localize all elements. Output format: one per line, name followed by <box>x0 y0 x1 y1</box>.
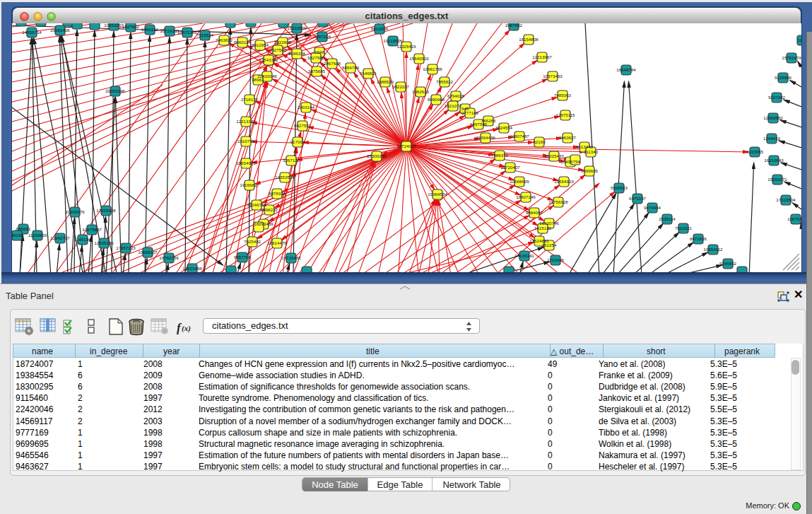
svg-text:12905135: 12905135 <box>94 240 114 245</box>
svg-text:8454749: 8454749 <box>342 65 360 70</box>
svg-text:20206576: 20206576 <box>65 209 85 214</box>
svg-text:10958107: 10958107 <box>138 250 158 255</box>
svg-text:6794028: 6794028 <box>447 93 465 98</box>
svg-text:6497568: 6497568 <box>470 122 488 127</box>
svg-text:3822037: 3822037 <box>392 84 410 89</box>
svg-text:13353594: 13353594 <box>275 175 295 180</box>
svg-text:1527602: 1527602 <box>122 24 140 29</box>
svg-text:3624554: 3624554 <box>495 125 513 130</box>
svg-text:2867608: 2867608 <box>324 61 341 66</box>
svg-text:10653267: 10653267 <box>104 23 124 28</box>
svg-text:7515524: 7515524 <box>196 33 214 37</box>
svg-text:1244419: 1244419 <box>763 136 781 141</box>
svg-text:2087652: 2087652 <box>505 23 523 28</box>
svg-text:16671385: 16671385 <box>177 30 197 35</box>
svg-text:18807249: 18807249 <box>516 194 536 199</box>
svg-text:(x): (x) <box>182 324 191 333</box>
svg-text:16033809: 16033809 <box>287 25 307 30</box>
svg-text:12923468: 12923468 <box>182 266 202 271</box>
svg-text:8660124: 8660124 <box>234 40 252 45</box>
svg-text:311340: 311340 <box>584 149 599 154</box>
svg-text:8471626: 8471626 <box>690 236 707 241</box>
svg-text:19166827: 19166827 <box>240 182 259 187</box>
svg-text:16648784: 16648784 <box>616 67 636 72</box>
svg-text:5322605: 5322605 <box>274 40 292 45</box>
svg-text:1546: 1546 <box>314 49 324 54</box>
svg-text:15692071: 15692071 <box>767 177 787 182</box>
svg-text:25300295: 25300295 <box>367 153 387 158</box>
svg-text:16914479: 16914479 <box>267 240 287 245</box>
svg-text:16782759: 16782759 <box>159 255 179 260</box>
svg-text:16046766: 16046766 <box>247 202 266 207</box>
svg-text:10807487: 10807487 <box>510 134 529 139</box>
svg-text:1621072: 1621072 <box>445 103 462 108</box>
svg-text:5938923: 5938923 <box>611 185 628 190</box>
svg-text:16099489: 16099489 <box>254 221 273 226</box>
svg-text:8427552: 8427552 <box>294 123 312 128</box>
svg-text:917004: 917004 <box>290 139 305 144</box>
svg-text:835061: 835061 <box>16 226 31 231</box>
svg-text:9474444: 9474444 <box>644 205 661 210</box>
svg-text:9613440: 9613440 <box>576 144 594 149</box>
svg-text:9227342: 9227342 <box>768 95 786 100</box>
svg-text:12942737: 12942737 <box>50 235 70 240</box>
svg-text:1615132: 1615132 <box>534 226 552 230</box>
svg-text:19654925: 19654925 <box>236 160 256 165</box>
svg-text:62160: 62160 <box>533 139 546 144</box>
svg-text:9684067: 9684067 <box>526 210 543 215</box>
svg-text:16210643: 16210643 <box>764 158 784 163</box>
svg-text:6466160: 6466160 <box>141 27 159 32</box>
svg-text:252254: 252254 <box>542 243 557 247</box>
svg-text:11156829: 11156829 <box>28 233 47 238</box>
svg-text:6479197: 6479197 <box>629 196 647 201</box>
svg-text:1167530: 1167530 <box>787 216 801 221</box>
svg-text:18724007: 18724007 <box>396 144 416 148</box>
svg-text:14136141: 14136141 <box>514 253 534 258</box>
svg-text:15751074: 15751074 <box>782 55 801 60</box>
svg-text:19654923: 19654923 <box>554 179 574 184</box>
svg-text:2935114: 2935114 <box>659 216 676 221</box>
svg-text:9777169: 9777169 <box>461 110 479 115</box>
svg-text:9657791: 9657791 <box>234 255 252 259</box>
svg-text:17359928: 17359928 <box>96 208 116 213</box>
svg-text:6498222: 6498222 <box>261 207 278 212</box>
svg-text:12213967: 12213967 <box>532 54 552 59</box>
svg-text:7632621: 7632621 <box>675 226 693 230</box>
svg-text:12093582: 12093582 <box>763 115 783 120</box>
svg-text:17957223: 17957223 <box>116 245 136 250</box>
svg-text:3875685: 3875685 <box>308 69 326 74</box>
svg-text:9463627: 9463627 <box>559 135 577 140</box>
svg-text:8186328: 8186328 <box>288 51 306 56</box>
svg-text:39199: 39199 <box>12 233 23 238</box>
svg-text:8990448: 8990448 <box>428 97 445 102</box>
svg-text:10654112: 10654112 <box>703 247 723 252</box>
svg-text:10688609: 10688609 <box>510 179 529 184</box>
svg-text:8912954: 8912954 <box>252 42 269 47</box>
svg-text:1588520: 1588520 <box>377 79 394 84</box>
svg-text:9245652: 9245652 <box>719 261 737 266</box>
svg-text:9129966: 9129966 <box>775 75 792 80</box>
svg-text:9146821: 9146821 <box>360 71 377 76</box>
svg-text:9327503: 9327503 <box>269 47 287 52</box>
svg-text:9699695: 9699695 <box>581 168 599 173</box>
svg-text:10025433: 10025433 <box>544 153 564 158</box>
svg-text:10975887: 10975887 <box>82 227 102 232</box>
svg-text:17016504: 17016504 <box>776 197 796 202</box>
svg-text:20091406: 20091406 <box>50 28 70 33</box>
svg-text:7857224: 7857224 <box>314 34 331 39</box>
svg-text:10543382: 10543382 <box>259 57 278 62</box>
svg-text:15720407: 15720407 <box>500 165 520 170</box>
svg-text:12213383: 12213383 <box>236 119 256 124</box>
svg-text:1733426: 1733426 <box>547 257 565 262</box>
svg-text:20364436: 20364436 <box>476 135 495 140</box>
svg-text:12975115: 12975115 <box>555 112 575 117</box>
svg-text:10719185: 10719185 <box>160 28 180 33</box>
svg-text:7485063: 7485063 <box>554 93 572 98</box>
svg-text:9327508: 9327508 <box>307 55 325 60</box>
svg-text:19384554: 19384554 <box>428 192 447 197</box>
svg-text:16495754: 16495754 <box>560 159 580 164</box>
svg-text:1117: 1117 <box>798 37 801 42</box>
svg-text:7625402: 7625402 <box>244 239 261 244</box>
svg-text:1010755: 1010755 <box>237 139 255 144</box>
svg-text:16154808: 16154808 <box>519 37 539 42</box>
